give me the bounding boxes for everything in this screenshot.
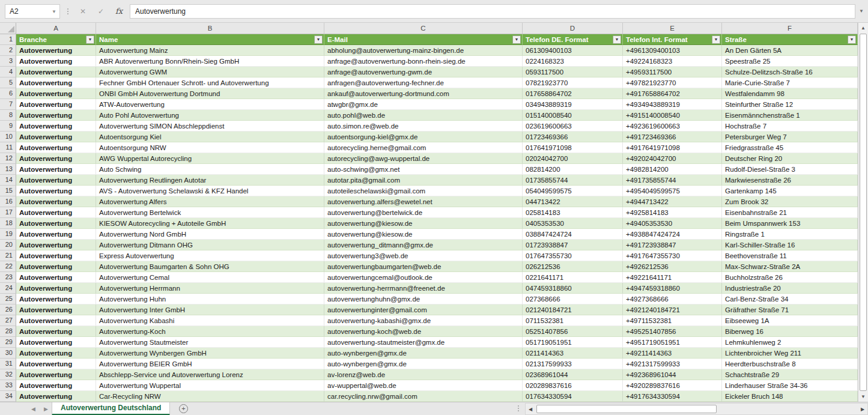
cell-name[interactable]: Fechner GmbH Ortenauer Schrott- und Auto…: [96, 77, 324, 88]
cell-name[interactable]: Autoentsorgung Kiel: [96, 132, 324, 142]
header-cell-phone_int[interactable]: Telefon Int. Format▼: [623, 34, 722, 45]
cell-street[interactable]: Carl-Benz-Straße 34: [722, 294, 858, 304]
cell-name[interactable]: Autoverwertung GWM: [96, 67, 324, 77]
row-header[interactable]: 2: [0, 45, 16, 56]
column-header-C[interactable]: C: [324, 23, 523, 34]
cell-branche[interactable]: Autoverwertung: [16, 250, 96, 261]
cell-name[interactable]: Autoverwertung Mainz: [96, 45, 324, 56]
cell-branche[interactable]: Autoverwertung: [16, 359, 96, 369]
cell-name[interactable]: Autoverwertung Huhn: [96, 294, 324, 304]
cell-street[interactable]: Schachtstraße 29: [722, 369, 858, 380]
cell-street[interactable]: Schulze-Delitzsch-Straße 16: [722, 67, 858, 77]
cell-branche[interactable]: Autoverwertung: [16, 315, 96, 326]
row-header[interactable]: 12: [0, 153, 16, 164]
cell-phone_de[interactable]: 0711532381: [523, 315, 623, 326]
row-header[interactable]: 1: [0, 34, 16, 45]
insert-function-icon[interactable]: fx: [114, 7, 124, 16]
filter-dropdown-icon[interactable]: ▼: [848, 35, 856, 44]
cell-email[interactable]: atwgbr@gmx.de: [324, 99, 523, 110]
cell-email[interactable]: autoverwertung_ditmann@gmx.de: [324, 240, 523, 250]
cell-name[interactable]: Autoverwertung Cemal: [96, 272, 324, 283]
cell-street[interactable]: Ringstraße 1: [722, 229, 858, 240]
cell-phone_de[interactable]: 038847424724: [523, 229, 623, 240]
cell-phone_int[interactable]: +49593117500: [623, 67, 722, 77]
cell-street[interactable]: Rudolf-Diesel-Straße 3: [722, 164, 858, 175]
cell-branche[interactable]: Autoverwertung: [16, 272, 96, 283]
cell-name[interactable]: Autoverwertung-Koch: [96, 326, 324, 337]
cell-phone_de[interactable]: 0224168323: [523, 56, 623, 67]
cell-name[interactable]: Autoverwertung Baumgarten & Sohn OHG: [96, 261, 324, 272]
cell-name[interactable]: Autoverwertung Herrmann: [96, 283, 324, 294]
cell-street[interactable]: Biberweg 16: [722, 326, 858, 337]
cell-email[interactable]: autoverwertung@bertelwick.de: [324, 207, 523, 218]
cell-name[interactable]: Autoverwertung BEIER GmbH: [96, 359, 324, 369]
cell-phone_de[interactable]: 047459318860: [523, 283, 623, 294]
cell-phone_de[interactable]: 027368666: [523, 294, 623, 304]
formula-bar-expand-icon[interactable]: ▼: [859, 8, 864, 14]
cell-street[interactable]: Markwiesenstraße 26: [722, 175, 858, 186]
cell-street[interactable]: Gartenkamp 145: [722, 186, 858, 196]
cell-street[interactable]: Lichtenbroicher Weg 211: [722, 348, 858, 359]
vertical-scrollbar[interactable]: ▲ ▼: [858, 23, 868, 402]
cell-name[interactable]: Autoverwertung Nord GmbH: [96, 229, 324, 240]
cell-email[interactable]: autoverwertunginter@gmail.com: [324, 304, 523, 315]
cell-phone_de[interactable]: 01723469366: [523, 132, 623, 142]
vertical-scrollbar-thumb[interactable]: [860, 34, 867, 391]
cell-phone_int[interactable]: +495251407856: [623, 326, 722, 337]
row-header[interactable]: 30: [0, 348, 16, 359]
row-header[interactable]: 6: [0, 88, 16, 99]
column-header-A[interactable]: A: [16, 23, 96, 34]
header-cell-branche[interactable]: Branche▼: [16, 34, 96, 45]
cell-name[interactable]: Autoverwertung Kabashi: [96, 315, 324, 326]
cell-phone_de[interactable]: 07821923770: [523, 77, 623, 88]
sheet-nav-right-icon[interactable]: ▶: [44, 406, 48, 412]
cell-phone_int[interactable]: +4961309400103: [623, 45, 722, 56]
cell-email[interactable]: autoverwertungcemal@outlook.de: [324, 272, 523, 283]
cell-phone_int[interactable]: +4951719051951: [623, 337, 722, 348]
cell-street[interactable]: Steinfurther Straße 12: [722, 99, 858, 110]
cell-street[interactable]: Eibseeweg 1A: [722, 315, 858, 326]
row-header[interactable]: 15: [0, 186, 16, 196]
cell-street[interactable]: Hochstraße 7: [722, 121, 858, 132]
cell-phone_de[interactable]: 017641971098: [523, 142, 623, 153]
cell-name[interactable]: Autoverwertung Alfers: [96, 196, 324, 207]
cell-phone_de[interactable]: 017634330594: [523, 391, 623, 402]
row-header[interactable]: 25: [0, 294, 16, 304]
cell-street[interactable]: Eisenmännchenstraße 1: [722, 110, 858, 121]
cell-phone_de[interactable]: 061309400103: [523, 45, 623, 56]
cell-phone_de[interactable]: 0211414363: [523, 348, 623, 359]
cell-street[interactable]: Beethovenstraße 11: [722, 250, 858, 261]
cell-phone_de[interactable]: 051719051951: [523, 337, 623, 348]
cell-phone_int[interactable]: +4926212536: [623, 261, 722, 272]
cell-branche[interactable]: Autoverwertung: [16, 240, 96, 250]
row-header[interactable]: 4: [0, 67, 16, 77]
header-cell-email[interactable]: E-Mail▼: [324, 34, 523, 45]
cell-branche[interactable]: Autoverwertung: [16, 369, 96, 380]
cell-name[interactable]: Autoverwertung Bertelwick: [96, 207, 324, 218]
cell-email[interactable]: auto.simon.re@web.de: [324, 121, 523, 132]
cell-email[interactable]: av-wuppertal@web.de: [324, 380, 523, 391]
cell-phone_int[interactable]: +4921317599933: [623, 359, 722, 369]
cell-branche[interactable]: Autoverwertung: [16, 207, 96, 218]
cell-street[interactable]: Eisenbahnstraße 21: [722, 207, 858, 218]
cell-phone_int[interactable]: +4917647355730: [623, 250, 722, 261]
cell-phone_int[interactable]: +497821923770: [623, 77, 722, 88]
cell-branche[interactable]: Autoverwertung: [16, 337, 96, 348]
cell-branche[interactable]: Autoverwertung: [16, 132, 96, 142]
cell-street[interactable]: Max-Schwarz-Straße 2A: [722, 261, 858, 272]
cell-name[interactable]: Auto Schwing: [96, 164, 324, 175]
cell-name[interactable]: Auto Pohl Autoverwertung: [96, 110, 324, 121]
cell-phone_de[interactable]: 021240184721: [523, 304, 623, 315]
cell-phone_int[interactable]: +491723469366: [623, 132, 722, 142]
sheet-nav-left-icon[interactable]: ◀: [31, 406, 35, 412]
row-header[interactable]: 10: [0, 132, 16, 142]
cell-street[interactable]: Heerdterbuschstraße 8: [722, 359, 858, 369]
cell-email[interactable]: ankauf@autoverwertung-dortmund.com: [324, 88, 523, 99]
cell-branche[interactable]: Autoverwertung: [16, 196, 96, 207]
cell-street[interactable]: An Den Gärten 5A: [722, 45, 858, 56]
cell-phone_int[interactable]: +491723938847: [623, 240, 722, 250]
row-header[interactable]: 20: [0, 240, 16, 250]
cell-phone_int[interactable]: +49211414363: [623, 348, 722, 359]
row-header[interactable]: 13: [0, 164, 16, 175]
name-box[interactable]: A2 ▼: [5, 4, 60, 19]
